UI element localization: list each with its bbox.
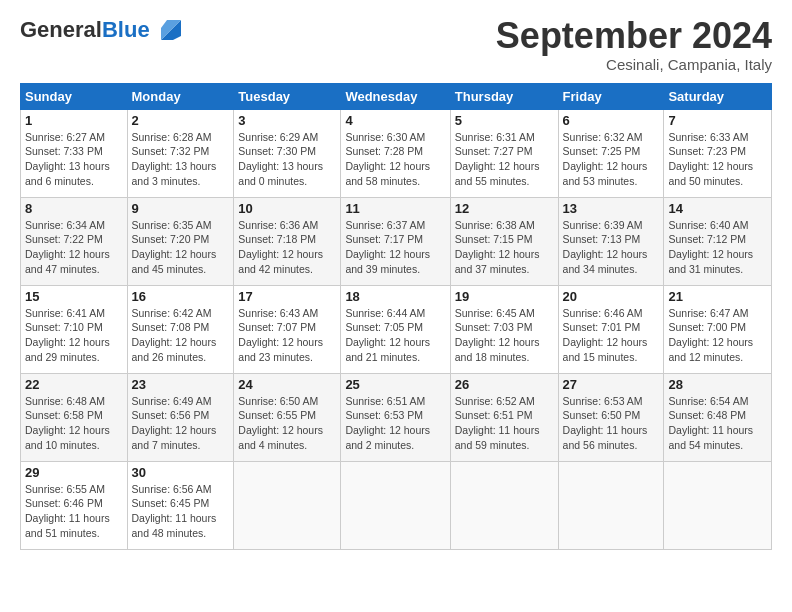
logo-icon: [153, 12, 185, 44]
weekday-header-friday: Friday: [558, 83, 664, 109]
calendar-cell: 20Sunrise: 6:46 AMSunset: 7:01 PMDayligh…: [558, 285, 664, 373]
calendar-cell: 23Sunrise: 6:49 AMSunset: 6:56 PMDayligh…: [127, 373, 234, 461]
day-number: 20: [563, 289, 660, 304]
day-info: Sunrise: 6:39 AMSunset: 7:13 PMDaylight:…: [563, 218, 660, 277]
day-info: Sunrise: 6:50 AMSunset: 6:55 PMDaylight:…: [238, 394, 336, 453]
page: GeneralBlue September 2024 Cesinali, Cam…: [0, 0, 792, 560]
day-number: 29: [25, 465, 123, 480]
calendar-cell: 4Sunrise: 6:30 AMSunset: 7:28 PMDaylight…: [341, 109, 450, 197]
weekday-header-thursday: Thursday: [450, 83, 558, 109]
calendar-cell: 27Sunrise: 6:53 AMSunset: 6:50 PMDayligh…: [558, 373, 664, 461]
day-info: Sunrise: 6:38 AMSunset: 7:15 PMDaylight:…: [455, 218, 554, 277]
day-info: Sunrise: 6:43 AMSunset: 7:07 PMDaylight:…: [238, 306, 336, 365]
calendar-cell: 26Sunrise: 6:52 AMSunset: 6:51 PMDayligh…: [450, 373, 558, 461]
calendar-week-2: 8Sunrise: 6:34 AMSunset: 7:22 PMDaylight…: [21, 197, 772, 285]
day-info: Sunrise: 6:45 AMSunset: 7:03 PMDaylight:…: [455, 306, 554, 365]
calendar-cell: 9Sunrise: 6:35 AMSunset: 7:20 PMDaylight…: [127, 197, 234, 285]
day-number: 1: [25, 113, 123, 128]
weekday-header-monday: Monday: [127, 83, 234, 109]
calendar-cell: 2Sunrise: 6:28 AMSunset: 7:32 PMDaylight…: [127, 109, 234, 197]
day-number: 9: [132, 201, 230, 216]
calendar-week-4: 22Sunrise: 6:48 AMSunset: 6:58 PMDayligh…: [21, 373, 772, 461]
day-info: Sunrise: 6:42 AMSunset: 7:08 PMDaylight:…: [132, 306, 230, 365]
day-info: Sunrise: 6:37 AMSunset: 7:17 PMDaylight:…: [345, 218, 445, 277]
day-info: Sunrise: 6:52 AMSunset: 6:51 PMDaylight:…: [455, 394, 554, 453]
calendar-cell: 7Sunrise: 6:33 AMSunset: 7:23 PMDaylight…: [664, 109, 772, 197]
location: Cesinali, Campania, Italy: [496, 56, 772, 73]
calendar-week-3: 15Sunrise: 6:41 AMSunset: 7:10 PMDayligh…: [21, 285, 772, 373]
calendar-table: SundayMondayTuesdayWednesdayThursdayFrid…: [20, 83, 772, 550]
calendar-cell: 5Sunrise: 6:31 AMSunset: 7:27 PMDaylight…: [450, 109, 558, 197]
logo-general: General: [20, 17, 102, 42]
calendar-cell: 28Sunrise: 6:54 AMSunset: 6:48 PMDayligh…: [664, 373, 772, 461]
day-info: Sunrise: 6:30 AMSunset: 7:28 PMDaylight:…: [345, 130, 445, 189]
calendar-cell: 1Sunrise: 6:27 AMSunset: 7:33 PMDaylight…: [21, 109, 128, 197]
day-info: Sunrise: 6:35 AMSunset: 7:20 PMDaylight:…: [132, 218, 230, 277]
calendar-cell: 21Sunrise: 6:47 AMSunset: 7:00 PMDayligh…: [664, 285, 772, 373]
day-info: Sunrise: 6:51 AMSunset: 6:53 PMDaylight:…: [345, 394, 445, 453]
day-info: Sunrise: 6:34 AMSunset: 7:22 PMDaylight:…: [25, 218, 123, 277]
day-number: 11: [345, 201, 445, 216]
day-info: Sunrise: 6:54 AMSunset: 6:48 PMDaylight:…: [668, 394, 767, 453]
day-number: 13: [563, 201, 660, 216]
day-info: Sunrise: 6:29 AMSunset: 7:30 PMDaylight:…: [238, 130, 336, 189]
day-number: 23: [132, 377, 230, 392]
day-info: Sunrise: 6:46 AMSunset: 7:01 PMDaylight:…: [563, 306, 660, 365]
day-info: Sunrise: 6:32 AMSunset: 7:25 PMDaylight:…: [563, 130, 660, 189]
day-info: Sunrise: 6:41 AMSunset: 7:10 PMDaylight:…: [25, 306, 123, 365]
calendar-header: SundayMondayTuesdayWednesdayThursdayFrid…: [21, 83, 772, 109]
title-block: September 2024 Cesinali, Campania, Italy: [496, 16, 772, 73]
day-number: 10: [238, 201, 336, 216]
calendar-body: 1Sunrise: 6:27 AMSunset: 7:33 PMDaylight…: [21, 109, 772, 549]
month-title: September 2024: [496, 16, 772, 56]
calendar-cell: 25Sunrise: 6:51 AMSunset: 6:53 PMDayligh…: [341, 373, 450, 461]
calendar-cell: 11Sunrise: 6:37 AMSunset: 7:17 PMDayligh…: [341, 197, 450, 285]
day-number: 26: [455, 377, 554, 392]
calendar-cell: [558, 461, 664, 549]
weekday-header-sunday: Sunday: [21, 83, 128, 109]
calendar-cell: 17Sunrise: 6:43 AMSunset: 7:07 PMDayligh…: [234, 285, 341, 373]
day-info: Sunrise: 6:47 AMSunset: 7:00 PMDaylight:…: [668, 306, 767, 365]
day-number: 8: [25, 201, 123, 216]
day-number: 2: [132, 113, 230, 128]
calendar-cell: 12Sunrise: 6:38 AMSunset: 7:15 PMDayligh…: [450, 197, 558, 285]
calendar-cell: 30Sunrise: 6:56 AMSunset: 6:45 PMDayligh…: [127, 461, 234, 549]
day-info: Sunrise: 6:55 AMSunset: 6:46 PMDaylight:…: [25, 482, 123, 541]
day-info: Sunrise: 6:48 AMSunset: 6:58 PMDaylight:…: [25, 394, 123, 453]
day-number: 30: [132, 465, 230, 480]
day-number: 7: [668, 113, 767, 128]
day-number: 27: [563, 377, 660, 392]
calendar-cell: 6Sunrise: 6:32 AMSunset: 7:25 PMDaylight…: [558, 109, 664, 197]
calendar-cell: 16Sunrise: 6:42 AMSunset: 7:08 PMDayligh…: [127, 285, 234, 373]
day-number: 12: [455, 201, 554, 216]
calendar-cell: 29Sunrise: 6:55 AMSunset: 6:46 PMDayligh…: [21, 461, 128, 549]
day-number: 4: [345, 113, 445, 128]
day-number: 19: [455, 289, 554, 304]
day-number: 3: [238, 113, 336, 128]
day-number: 17: [238, 289, 336, 304]
day-info: Sunrise: 6:56 AMSunset: 6:45 PMDaylight:…: [132, 482, 230, 541]
calendar-cell: 19Sunrise: 6:45 AMSunset: 7:03 PMDayligh…: [450, 285, 558, 373]
weekday-row: SundayMondayTuesdayWednesdayThursdayFrid…: [21, 83, 772, 109]
day-info: Sunrise: 6:31 AMSunset: 7:27 PMDaylight:…: [455, 130, 554, 189]
day-number: 28: [668, 377, 767, 392]
logo-blue: Blue: [102, 17, 150, 42]
weekday-header-wednesday: Wednesday: [341, 83, 450, 109]
calendar-cell: 15Sunrise: 6:41 AMSunset: 7:10 PMDayligh…: [21, 285, 128, 373]
calendar-cell: 8Sunrise: 6:34 AMSunset: 7:22 PMDaylight…: [21, 197, 128, 285]
calendar-week-1: 1Sunrise: 6:27 AMSunset: 7:33 PMDaylight…: [21, 109, 772, 197]
day-number: 16: [132, 289, 230, 304]
day-number: 5: [455, 113, 554, 128]
day-number: 18: [345, 289, 445, 304]
calendar-cell: [450, 461, 558, 549]
day-info: Sunrise: 6:44 AMSunset: 7:05 PMDaylight:…: [345, 306, 445, 365]
calendar-cell: [341, 461, 450, 549]
day-info: Sunrise: 6:27 AMSunset: 7:33 PMDaylight:…: [25, 130, 123, 189]
day-info: Sunrise: 6:40 AMSunset: 7:12 PMDaylight:…: [668, 218, 767, 277]
weekday-header-tuesday: Tuesday: [234, 83, 341, 109]
weekday-header-saturday: Saturday: [664, 83, 772, 109]
day-number: 22: [25, 377, 123, 392]
calendar-cell: 18Sunrise: 6:44 AMSunset: 7:05 PMDayligh…: [341, 285, 450, 373]
day-number: 15: [25, 289, 123, 304]
day-number: 14: [668, 201, 767, 216]
